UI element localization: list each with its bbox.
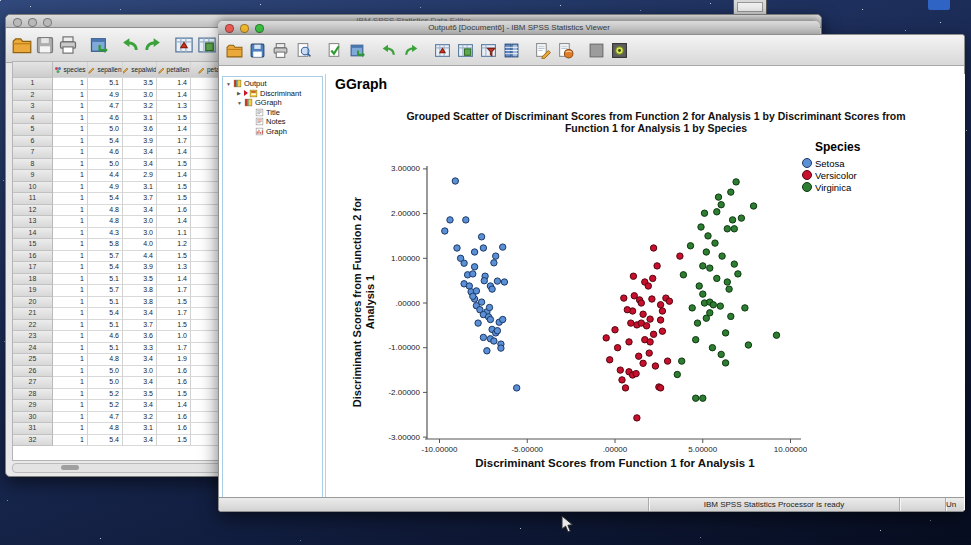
row-number[interactable]: 18 [13, 274, 53, 286]
row-number[interactable]: 26 [13, 366, 53, 378]
cell[interactable]: 1.5 [157, 182, 191, 194]
cell[interactable]: 5.8 [88, 239, 123, 251]
cell[interactable]: 1 [53, 228, 88, 240]
print-icon[interactable] [270, 40, 291, 61]
print-preview-icon[interactable] [293, 40, 314, 61]
cell[interactable]: 1.4 [157, 78, 191, 90]
row-number[interactable]: 8 [13, 159, 53, 171]
cell[interactable]: 3.0 [123, 228, 157, 240]
column-header-sepalwid[interactable]: sepalwid [123, 62, 157, 78]
cell[interactable]: 5.1 [88, 320, 123, 332]
cell[interactable]: 1 [53, 147, 88, 159]
cell[interactable]: 1.7 [157, 343, 191, 355]
cell[interactable]: 1 [53, 182, 88, 194]
row-number[interactable]: 17 [13, 262, 53, 274]
tree-item-discriminant[interactable]: ▶Discriminant [223, 89, 322, 99]
goto-case-icon[interactable] [173, 35, 194, 56]
tree-expander-icon[interactable]: ▶ [237, 90, 244, 96]
cell[interactable]: 1 [53, 331, 88, 343]
cell[interactable]: 1 [53, 170, 88, 182]
output-content-pane[interactable]: GGraph Grouped Scatter of Discriminant S… [325, 74, 965, 510]
cell[interactable]: 1.6 [157, 366, 191, 378]
cell[interactable]: 3.8 [123, 297, 157, 309]
row-number[interactable]: 12 [13, 205, 53, 217]
cell[interactable]: 5.0 [88, 124, 123, 136]
cell[interactable]: 1.4 [157, 274, 191, 286]
cell[interactable]: 4.6 [88, 113, 123, 125]
row-number[interactable]: 30 [13, 412, 53, 424]
cell[interactable]: 1 [53, 366, 88, 378]
cell[interactable]: 5.0 [88, 366, 123, 378]
cell[interactable]: 4.6 [88, 147, 123, 159]
cell[interactable]: 5.1 [88, 297, 123, 309]
insert-text-icon[interactable] [555, 40, 576, 61]
outline-tree[interactable]: ▼Output▶Discriminant▼GGraphTitleNotesGra… [222, 76, 323, 509]
cell[interactable]: 3.7 [123, 193, 157, 205]
cell[interactable]: 1.9 [157, 354, 191, 366]
tree-expander-icon[interactable]: ▼ [226, 81, 233, 87]
cell[interactable]: 3.3 [123, 343, 157, 355]
redo-icon[interactable] [142, 35, 163, 56]
cell[interactable]: 4.6 [88, 331, 123, 343]
row-number[interactable]: 24 [13, 343, 53, 355]
cell[interactable]: 3.4 [123, 159, 157, 171]
cell[interactable]: 1 [53, 423, 88, 435]
minimize-button[interactable] [28, 18, 37, 27]
cell[interactable]: 1 [53, 285, 88, 297]
cell[interactable]: 1.4 [157, 170, 191, 182]
recall-dialogs-icon[interactable] [88, 35, 109, 56]
cell[interactable]: 1.2 [157, 239, 191, 251]
viewer-window[interactable]: Output6 [Document6] - IBM SPSS Statistic… [218, 21, 965, 511]
export-icon[interactable] [324, 40, 345, 61]
cell[interactable]: 4.9 [88, 182, 123, 194]
scrollbar-thumb[interactable] [61, 465, 79, 470]
row-number[interactable]: 25 [13, 354, 53, 366]
cell[interactable]: 1 [53, 90, 88, 102]
goto-variable-icon[interactable] [455, 40, 476, 61]
row-number[interactable]: 4 [13, 113, 53, 125]
cell[interactable]: 1.5 [157, 297, 191, 309]
goto-case-icon[interactable] [432, 40, 453, 61]
cell[interactable]: 3.9 [123, 262, 157, 274]
redo-icon[interactable] [401, 40, 422, 61]
row-number[interactable]: 11 [13, 193, 53, 205]
cell[interactable]: 3.4 [123, 400, 157, 412]
row-number[interactable]: 31 [13, 423, 53, 435]
cell[interactable]: 1 [53, 159, 88, 171]
close-button[interactable] [13, 18, 22, 27]
cell[interactable]: 1.4 [157, 90, 191, 102]
cell[interactable]: 4.8 [88, 423, 123, 435]
row-number[interactable]: 13 [13, 216, 53, 228]
cell[interactable]: 4.7 [88, 412, 123, 424]
row-number[interactable]: 14 [13, 228, 53, 240]
cell[interactable]: 1.0 [157, 331, 191, 343]
cell[interactable]: 1 [53, 124, 88, 136]
cell[interactable]: 3.6 [123, 124, 157, 136]
viewer-titlebar[interactable]: Output6 [Document6] - IBM SPSS Statistic… [218, 21, 820, 35]
cell[interactable]: 1.5 [157, 389, 191, 401]
show-all-icon[interactable] [586, 40, 607, 61]
insert-heading-icon[interactable] [532, 40, 553, 61]
cell[interactable]: 2.9 [123, 170, 157, 182]
tree-item-title[interactable]: Title [223, 108, 322, 118]
cell[interactable]: 1.5 [157, 193, 191, 205]
cell[interactable]: 4.7 [88, 101, 123, 113]
tree-item-graph[interactable]: Graph [223, 127, 322, 137]
data-grid[interactable]: speciessepallensepalwidpetallenpetal115.… [12, 61, 240, 461]
variables-icon[interactable] [478, 40, 499, 61]
cell[interactable]: 1.4 [157, 124, 191, 136]
designate-window-icon[interactable] [609, 40, 630, 61]
horizontal-scrollbar[interactable] [12, 463, 240, 473]
column-header-petallen[interactable]: petallen [157, 62, 191, 78]
cell[interactable]: 3.0 [123, 366, 157, 378]
cell[interactable]: 3.1 [123, 423, 157, 435]
goto-variable-icon[interactable] [196, 35, 217, 56]
cell[interactable]: 3.0 [123, 216, 157, 228]
cell[interactable]: 3.8 [123, 285, 157, 297]
cell[interactable]: 1 [53, 274, 88, 286]
cell[interactable]: 3.4 [123, 377, 157, 389]
cell[interactable]: 1 [53, 308, 88, 320]
row-number[interactable]: 27 [13, 377, 53, 389]
cell[interactable]: 3.2 [123, 412, 157, 424]
cell[interactable]: 1 [53, 412, 88, 424]
